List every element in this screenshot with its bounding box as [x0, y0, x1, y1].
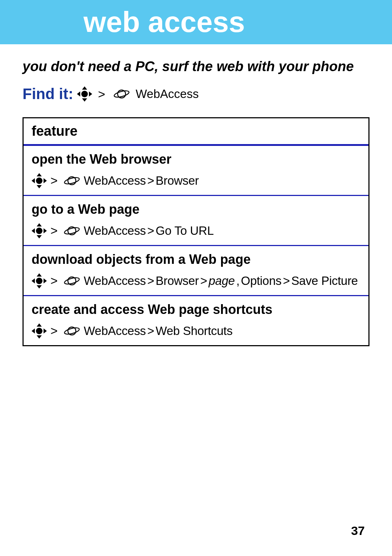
- path-segment: Browser: [156, 274, 199, 288]
- path-segment: WebAccess: [84, 324, 146, 338]
- separator: >: [98, 87, 105, 101]
- content-area: you don't need a PC, surf the web with y…: [0, 59, 392, 346]
- path-segment: Save Picture: [291, 274, 358, 288]
- path-segment: WebAccess: [84, 224, 146, 238]
- table-row: open the Web browser > WebAccess > Brows…: [24, 146, 368, 196]
- row-title: download objects from a Web page: [32, 252, 360, 267]
- row-title: create and access Web page shortcuts: [32, 302, 360, 317]
- find-it-label: Find it:: [23, 85, 73, 103]
- table-row: create and access Web page shortcuts > W…: [24, 296, 368, 345]
- row-path: > WebAccess > Browser: [32, 173, 360, 188]
- separator: >: [50, 274, 58, 288]
- svg-point-9: [64, 326, 80, 335]
- path-segment: WebAccess: [84, 174, 146, 188]
- subtitle: you don't need a PC, surf the web with y…: [23, 59, 369, 74]
- nav-key-icon: [32, 224, 46, 238]
- feature-table: feature open the Web browser > WebAccess: [23, 117, 369, 346]
- svg-point-3: [64, 176, 80, 185]
- path-segment: Web Shortcuts: [156, 324, 233, 338]
- separator: >: [50, 173, 58, 188]
- table-row: go to a Web page > WebAccess > Go To URL: [24, 196, 368, 246]
- planet-icon: [64, 326, 80, 336]
- table-header-text: feature: [32, 123, 78, 139]
- nav-key-icon: [32, 174, 46, 188]
- separator: >: [50, 324, 58, 338]
- find-it-path: WebAccess: [136, 87, 199, 101]
- separator: >: [283, 274, 290, 288]
- separator: >: [50, 224, 58, 238]
- nav-key-icon: [32, 274, 46, 288]
- row-path: > WebAccess > Web Shortcuts: [32, 324, 360, 338]
- header-banner: web access: [0, 0, 392, 44]
- planet-icon: [64, 275, 80, 286]
- separator: >: [147, 224, 154, 238]
- separator: >: [200, 274, 207, 288]
- page-title: web access: [83, 5, 245, 39]
- table-row: download objects from a Web page > WebAc…: [24, 246, 368, 296]
- separator: >: [147, 174, 154, 188]
- separator: >: [147, 274, 154, 288]
- row-path: > WebAccess > Go To URL: [32, 224, 360, 238]
- nav-key-icon: [78, 87, 91, 101]
- nav-key-icon: [32, 324, 46, 338]
- path-segment-italic: page: [209, 274, 235, 288]
- separator: >: [147, 324, 154, 338]
- row-title: open the Web browser: [32, 152, 360, 167]
- path-segment: Options: [241, 274, 282, 288]
- path-segment: Go To URL: [156, 224, 214, 238]
- path-segment: Browser: [156, 174, 199, 188]
- svg-point-7: [64, 276, 80, 285]
- planet-icon: [64, 175, 80, 186]
- path-segment: WebAccess: [84, 274, 146, 288]
- row-path: > WebAccess > Browser > page, Options > …: [32, 274, 360, 288]
- row-title: go to a Web page: [32, 202, 360, 217]
- comma: ,: [236, 274, 240, 288]
- table-header: feature: [24, 118, 368, 146]
- planet-icon: [113, 89, 130, 99]
- svg-point-5: [64, 226, 80, 235]
- page-number: 37: [351, 524, 365, 538]
- planet-icon: [64, 225, 80, 236]
- find-it-row: Find it: > WebAccess: [23, 85, 369, 103]
- svg-point-1: [114, 90, 130, 98]
